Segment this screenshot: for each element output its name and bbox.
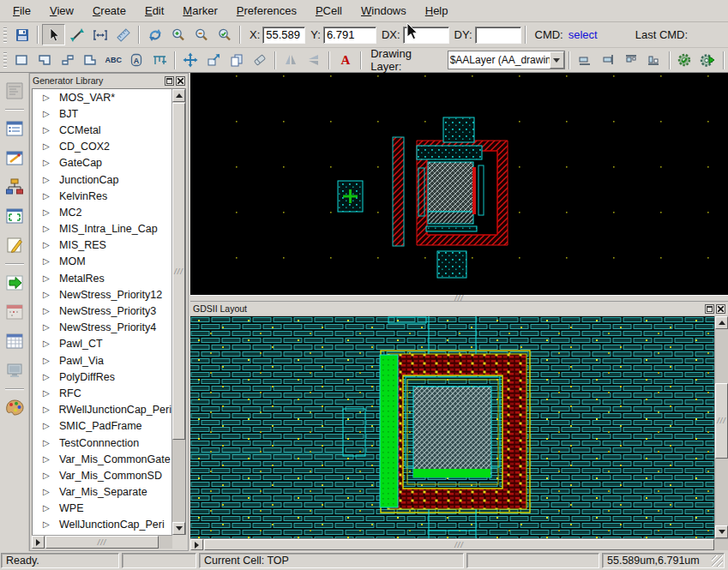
- expander-icon[interactable]: [43, 323, 51, 332]
- note-edit-button[interactable]: [2, 232, 27, 258]
- scroll-down-button[interactable]: [172, 522, 185, 535]
- expander-icon[interactable]: [43, 357, 51, 365]
- y-coordinate-input[interactable]: [323, 27, 376, 44]
- menu-item[interactable]: Marker: [173, 1, 226, 21]
- zoom-in-button[interactable]: [166, 24, 190, 45]
- list-item[interactable]: MC2: [33, 204, 171, 220]
- list-item[interactable]: NewStress_Priority4: [33, 320, 171, 336]
- edit-pin-button[interactable]: [88, 24, 111, 45]
- expander-icon[interactable]: [43, 93, 51, 102]
- expander-icon[interactable]: [43, 291, 51, 299]
- menu-item[interactable]: File: [3, 1, 40, 21]
- redraw-button[interactable]: [143, 24, 166, 45]
- list-item[interactable]: Var_Mis_CommonGate: [33, 451, 171, 467]
- distribute-button[interactable]: [642, 50, 665, 71]
- close-button[interactable]: [176, 76, 185, 86]
- scroll-up-button[interactable]: [172, 89, 185, 102]
- list-item[interactable]: Pawl_Via: [33, 352, 171, 369]
- expander-icon[interactable]: [43, 192, 51, 201]
- list-item[interactable]: BJT: [33, 105, 171, 122]
- job-monitor-button-disabled[interactable]: [2, 299, 27, 325]
- align-bottom-button[interactable]: [574, 50, 597, 71]
- list-item[interactable]: PolyDiffRes: [33, 369, 171, 385]
- list-item[interactable]: NewStress_Priority12: [33, 286, 171, 303]
- expander-icon[interactable]: [43, 488, 51, 496]
- expander-icon[interactable]: [43, 373, 51, 381]
- restore-button[interactable]: [165, 76, 174, 86]
- scrollbar-thumb[interactable]: ///: [715, 383, 728, 459]
- x-coordinate-input[interactable]: [262, 27, 305, 44]
- list-item[interactable]: MIS_RES: [33, 237, 171, 254]
- menu-item[interactable]: Windows: [352, 1, 416, 21]
- menu-item[interactable]: Preferences: [227, 1, 306, 21]
- view-area-button[interactable]: [2, 203, 27, 229]
- list-item[interactable]: WPE: [33, 501, 171, 517]
- expander-icon[interactable]: [43, 389, 51, 398]
- list-item[interactable]: MIS_Intra_Line_Cap: [33, 221, 171, 237]
- list-item[interactable]: MetalRes: [33, 270, 171, 286]
- gdsii-horizontal-scrollbar[interactable]: ///: [190, 538, 728, 550]
- scroll-down-button[interactable]: [715, 525, 728, 538]
- list-item[interactable]: KelvinRes: [33, 188, 171, 204]
- menu-item[interactable]: View: [40, 1, 83, 21]
- generator-library-titlebar[interactable]: Generator Library: [30, 74, 188, 87]
- close-button[interactable]: [716, 304, 725, 314]
- list-item[interactable]: GateCap: [33, 155, 171, 171]
- instance-tool-button[interactable]: A: [125, 50, 148, 71]
- scrollbar-thumb[interactable]: ///: [45, 536, 159, 549]
- scrollbar-thumb[interactable]: ///: [172, 103, 185, 440]
- expander-icon[interactable]: [43, 241, 51, 249]
- list-item[interactable]: Var_Mis_Separate: [33, 484, 171, 501]
- expander-icon[interactable]: [43, 257, 51, 266]
- resize-grip[interactable]: [712, 555, 723, 567]
- scrollbar-thumb[interactable]: ///: [204, 539, 714, 550]
- gdsii-vertical-scrollbar[interactable]: ///: [714, 316, 728, 538]
- list-view-button[interactable]: [2, 116, 27, 141]
- table-view-button[interactable]: [2, 328, 27, 354]
- menu-item[interactable]: PCell: [306, 1, 352, 21]
- expander-icon[interactable]: [43, 422, 51, 430]
- drawing-layer-combobox[interactable]: $AALayer (AA_drawing: [448, 51, 565, 69]
- run-settings-button[interactable]: [674, 50, 697, 71]
- edit-window-button[interactable]: [2, 145, 27, 171]
- expander-icon[interactable]: [43, 455, 51, 464]
- stretch-edit-button[interactable]: [202, 50, 226, 71]
- scroll-up-button[interactable]: [715, 316, 728, 329]
- rectangle-tool-button[interactable]: [10, 50, 33, 71]
- library-browser-button-disabled[interactable]: [2, 78, 27, 104]
- list-item[interactable]: Pawl_CT: [33, 336, 171, 352]
- expander-icon[interactable]: [43, 142, 51, 151]
- copy-tool-button[interactable]: [226, 50, 249, 71]
- layer-palette-button[interactable]: [2, 395, 27, 421]
- expander-icon[interactable]: [43, 405, 51, 414]
- flip-vertical-button[interactable]: [303, 50, 326, 71]
- dx-input[interactable]: [403, 27, 449, 44]
- restore-button[interactable]: [705, 304, 714, 314]
- expander-icon[interactable]: [43, 274, 51, 283]
- expander-icon[interactable]: [43, 159, 51, 167]
- zoom-select-button[interactable]: [213, 24, 236, 45]
- expander-icon[interactable]: [43, 208, 51, 217]
- path-tool-button[interactable]: [56, 50, 79, 71]
- text-attribute-button[interactable]: A: [334, 50, 357, 71]
- expander-icon[interactable]: [43, 471, 51, 480]
- list-item[interactable]: RFC: [33, 385, 171, 401]
- move-tool-button[interactable]: [179, 50, 202, 71]
- expander-icon[interactable]: [43, 225, 51, 233]
- toolbar-drag-handle[interactable]: [2, 26, 9, 45]
- expander-icon[interactable]: [43, 126, 51, 135]
- gdsii-titlebar[interactable]: GDSII Layout: [190, 302, 728, 316]
- expander-icon[interactable]: [43, 307, 51, 315]
- list-item[interactable]: RWellJunctionCap_Peri: [33, 402, 171, 418]
- menu-item[interactable]: Create: [83, 1, 135, 21]
- list-item[interactable]: MOS_VAR*: [33, 89, 171, 105]
- layout-canvas[interactable]: [190, 73, 728, 295]
- list-item[interactable]: CD_COX2: [33, 139, 171, 155]
- expander-icon[interactable]: [43, 439, 51, 447]
- list-item[interactable]: JunctionCap: [33, 171, 171, 188]
- menu-item[interactable]: Edit: [135, 1, 173, 21]
- list-item[interactable]: WellJunctionCap_Peri: [33, 517, 171, 533]
- expander-icon[interactable]: [43, 520, 51, 529]
- label-tool-button[interactable]: ABC: [102, 50, 125, 71]
- pin-tool-button[interactable]: [147, 50, 171, 71]
